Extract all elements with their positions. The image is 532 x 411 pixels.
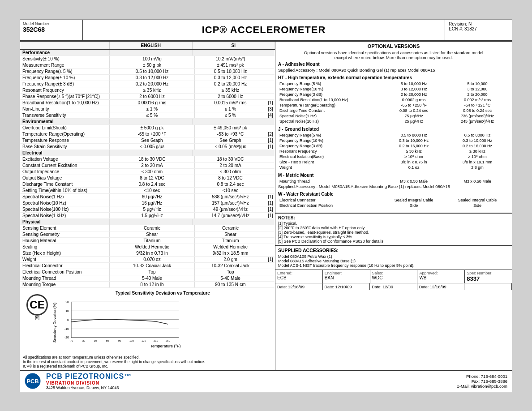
environmental-label: Environmental <box>20 119 110 124</box>
table-row: Frequency Range(5 %)0.5 to 8000 Hz0.5 to… <box>278 133 509 138</box>
pcb-division-name: VIBRATION DIVISION <box>46 381 132 385</box>
pcb-company-name: PCB PIEZOTRONICS™ <box>46 372 132 381</box>
option-M-title: M - Metric Mount <box>278 173 509 178</box>
spec-row: Spectral Noise(100 Hz)5 µg/√Hz49 (µm/sec… <box>20 206 275 213</box>
table-row: Frequency Range(5 %)5 to 10,000 Hz5 to 1… <box>278 81 509 86</box>
date-engineer: Date: 12/10/09 <box>323 283 370 290</box>
x-axis-label: Temperature (°F) <box>58 344 273 348</box>
document-title: ICP® ACCELEROMETER <box>83 20 445 40</box>
spec-row: Spectral Noise(1 Hz)60 µg/√Hz588 (µm/sec… <box>20 194 275 200</box>
svg-text:50: 50 <box>106 339 109 342</box>
spec-row: Frequency Range(± 10 %)0.3 to 12,000 Hz0… <box>20 75 275 81</box>
spec-row: Non-Linearity≤ 1 %≤ 1 %[3] <box>20 106 275 112</box>
spec-row: Resonant Frequency≥ 35 kHz≥ 35 kHz <box>20 87 275 94</box>
svg-text:-70: -70 <box>69 339 73 342</box>
spec-row: Size (Hex x Height)9/32 in x 0.73 in9/32… <box>20 250 275 257</box>
sales-cell: Sales: WDC <box>370 270 418 283</box>
y-axis-label: Sensitivity Deviation(%) <box>52 303 57 342</box>
optional-title: OPTIONAL VERSIONS <box>278 43 509 49</box>
svg-text:10: 10 <box>94 339 97 342</box>
document: Model Number 352C68 ICP® ACCELEROMETER R… <box>20 19 512 392</box>
acc-item-3: Model ACS-1 NIST traceable frequency res… <box>278 263 509 268</box>
revision: Revision: N <box>449 21 508 26</box>
svg-text:20: 20 <box>65 300 69 304</box>
right-column: OPTIONAL VERSIONS Optional versions have… <box>275 42 512 370</box>
notes-section: NOTES: [1] Typical. [2] 200°F to 250°F d… <box>275 213 512 245</box>
spec-row: Weight0.070 oz2.0 gm[1] <box>20 257 275 263</box>
option-J-table: Frequency Range(5 %)0.5 to 8000 Hz0.5 to… <box>278 133 509 170</box>
acc-item-2: Model 080A15 Adhesive Mounting Base (1) <box>278 259 509 263</box>
engineer-value: BAN <box>325 275 368 280</box>
spec-row: Frequency Range(± 5 %)0.5 to 10,000 Hz0.… <box>20 68 275 75</box>
option-W-title: W - Water Resistant Cable <box>278 192 509 197</box>
notes-item-2: [2] 200°F to 250°F data valid with HT op… <box>278 226 509 230</box>
entered-value: ECB <box>277 275 321 280</box>
spec-row: Base Strain Sensitivity≤ 0.005 g/µε≤ 0.0… <box>20 144 275 150</box>
physical-header: Physical <box>20 219 275 225</box>
spec-row: Mounting Thread5-40 Male5-40 Male <box>20 275 275 282</box>
spec-row: Phase Response(± 5 °)(at 70°F [21°C])2 t… <box>20 94 275 100</box>
optional-desc: Optional versions have identical specifi… <box>278 50 509 60</box>
option-A-text: Supplied Accessory : Model 080A90 Quick … <box>278 68 509 73</box>
option-A-title: A - Adhesive Mount <box>278 62 509 67</box>
sales-value: WDC <box>372 275 416 280</box>
ce-ref: [5] <box>35 316 39 320</box>
electrical-label: Electrical <box>20 150 110 156</box>
pcb-logo-icon: PCB <box>25 373 41 389</box>
spec-row: Measurement Range± 50 g pk± 491 m/s² pk <box>20 62 275 68</box>
option-J: J - Ground Isolated Frequency Range(5 %)… <box>278 127 509 170</box>
table-row: Electrical ConnectorSealed Integral Cabl… <box>278 197 509 203</box>
svg-text:-20: -20 <box>64 336 69 339</box>
ce-mark-container: CE [5] <box>26 294 48 320</box>
spec-row: Discharge Time Constant0.8 to 2.4 sec0.8… <box>20 181 275 188</box>
date-sales-value: 12/09 <box>382 284 393 289</box>
spec-row: Constant Current Excitation2 to 20 mA2 t… <box>20 163 275 169</box>
option-M: M - Metric Mount Mounting ThreadM3 x 0.5… <box>278 173 509 189</box>
pcb-address: 3425 Walden Avenue, Depew, NY 14043 <box>46 385 132 390</box>
ce-mark: CE <box>26 294 48 316</box>
spec-row: Spectral Noise(10 Hz)16 µg/√Hz157 (µm/se… <box>20 200 275 206</box>
option-HT-table: Frequency Range(5 %)5 to 10,000 Hz5 to 1… <box>278 81 509 124</box>
engineer-cell: Engineer: BAN <box>323 270 370 283</box>
spec-row: Settling Time(within 10% of bias)<10 sec… <box>20 188 275 194</box>
chart-svg-container: 20 10 0 -10 -20 -70 -30 10 50 <box>58 297 273 348</box>
chart-title: Typical Sensitivity Deviation vs Tempera… <box>52 291 273 295</box>
table-row: Mounting ThreadM3 x 0.50 MaleM3 x 0.50 M… <box>278 179 509 184</box>
svg-text:250: 250 <box>166 339 171 342</box>
spec-row: Sensing ElementCeramicCeramic <box>20 225 275 231</box>
date-row: Date: 12/16/09 Date: 12/10/09 Date: 12/0… <box>275 283 512 290</box>
model-info: Model Number 352C68 <box>20 20 83 40</box>
revision-info: Revision: N ECN #: 31827 <box>445 20 512 40</box>
notes-title: NOTES: <box>278 215 509 220</box>
date-engineer-value: 12/10/09 <box>335 284 352 289</box>
spec-row: Transverse Sensitivity≤ 5 %≤ 5 %[4] <box>20 112 275 119</box>
title: ICP® ACCELEROMETER <box>87 24 440 36</box>
notes-item-5: [5] See PCB Declaration of Conformance P… <box>278 239 509 244</box>
table-row: Frequency Range(3 dB)0.2 to 16,000 Hz0.2… <box>278 143 509 149</box>
option-HT-title: HT - High temperature, extends normal op… <box>278 75 509 80</box>
table-row: Broadband Resolution(1 to 10,000 Hz)0.00… <box>278 97 509 103</box>
table-row: Frequency Range(10 %)0.3 to 10,000 Hz0.3… <box>278 138 509 143</box>
spec-num-label: Spec Number: <box>467 271 510 275</box>
signature-row: Entered: ECB Engineer: BAN Sales: WDC Ap… <box>275 270 512 283</box>
model-number: 352C68 <box>23 26 80 33</box>
notes-item-1: [1] Typical. <box>278 221 509 226</box>
physical-label: Physical <box>20 219 110 225</box>
spec-row: Electrical Connection PositionTopTop <box>20 269 275 275</box>
entered-label: Entered: <box>277 271 321 275</box>
date-entered-value: 12/16/09 <box>288 284 305 289</box>
main-content: ENGLISH SI Performance Sensitivity(± 10 … <box>20 41 512 370</box>
option-M-table: Mounting ThreadM3 x 0.50 MaleM3 x 0.50 M… <box>278 179 509 184</box>
column-headers: ENGLISH SI <box>20 42 275 50</box>
spec-row: Spectral Noise(1 kHz)1.5 µg/√Hz14.7 (µm/… <box>20 213 275 219</box>
chart-section: CE [5] Typical Sensitivity Deviation vs … <box>20 288 275 351</box>
si-col-header: SI <box>193 42 275 49</box>
specs-column: ENGLISH SI Performance Sensitivity(± 10 … <box>20 42 275 370</box>
svg-text:210: 210 <box>154 339 159 342</box>
option-J-title: J - Ground Isolated <box>278 127 509 132</box>
spec-row: Temperature ResponseSee GraphSee Graph[1… <box>20 137 275 144</box>
svg-text:-30: -30 <box>82 339 86 342</box>
table-row: Spectral Noise(1 Hz)75 µg/√Hz736 (µm/sec… <box>278 113 509 119</box>
accessories-title: SUPPLIED ACCESSORIES: <box>278 248 509 253</box>
spec-row: Frequency Range(± 3 dB)0.2 to 20,000 Hz0… <box>20 81 275 87</box>
